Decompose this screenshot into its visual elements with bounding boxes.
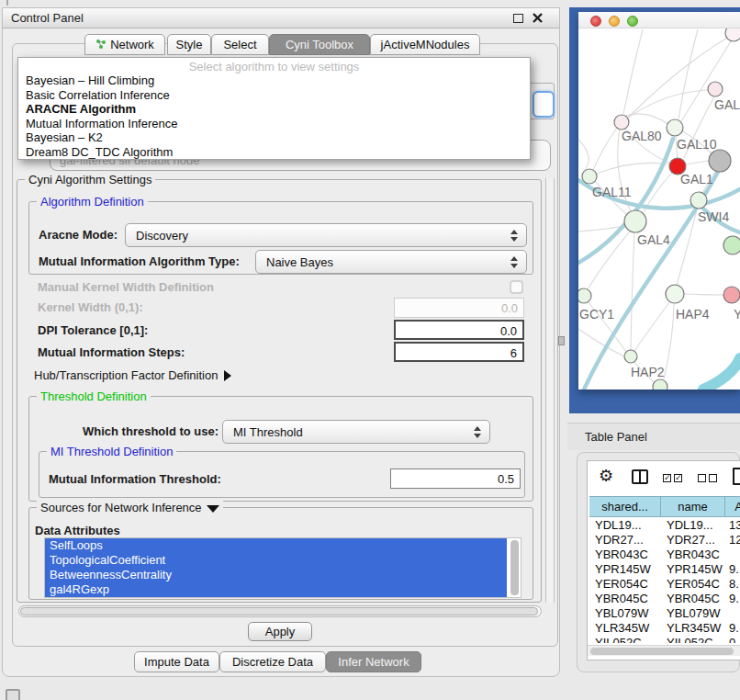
float-window-icon[interactable] xyxy=(513,14,523,23)
tab-jactivemnodules[interactable]: jActiveMNodules xyxy=(370,34,480,55)
close-icon[interactable] xyxy=(532,12,544,24)
network-window-titlebar[interactable] xyxy=(578,12,740,28)
table-row[interactable]: YDL19... YDL19... 13 xyxy=(589,518,740,533)
attribute-item[interactable]: BetweennessCentrality xyxy=(45,568,507,582)
table-row[interactable]: YBR045C YBR045C 9. xyxy=(589,592,740,606)
kernel-width-field[interactable]: 0.0 xyxy=(394,298,524,318)
network-edge[interactable] xyxy=(686,161,709,164)
network-node[interactable] xyxy=(708,82,723,96)
aracne-mode-select[interactable]: Discovery xyxy=(125,223,527,247)
network-edge[interactable] xyxy=(634,301,670,351)
dropdown-item[interactable]: Basic Correlation Inference xyxy=(26,88,526,103)
table-row[interactable]: YIL052C YIL052C 0. xyxy=(589,636,740,643)
network-canvas[interactable]: GAL80 GAL10 GAL1 GAL11 SWI4 GAL4 GCY1 HA… xyxy=(578,28,740,390)
group-title: Sources for Network Inference xyxy=(37,501,223,514)
unchecked-box-icon xyxy=(709,474,717,482)
manual-kernel-checkbox[interactable] xyxy=(510,280,523,294)
dropdown-item[interactable]: Mutual Information Inference xyxy=(26,117,526,131)
select-all-columns-icon[interactable] xyxy=(663,474,682,482)
dropdown-item[interactable]: Bayesian – Hill Climbing xyxy=(26,73,526,88)
settings-horizontal-scrollbar[interactable] xyxy=(18,605,542,617)
network-edge[interactable] xyxy=(678,29,698,119)
network-edge[interactable] xyxy=(593,128,617,170)
which-threshold-select[interactable]: MI Threshold xyxy=(222,420,490,444)
mi-steps-field[interactable]: 6 xyxy=(394,342,524,362)
table-row[interactable]: YER054C YER054C 8. xyxy=(589,577,740,592)
network-node[interactable] xyxy=(653,379,667,390)
combo-value: Discovery xyxy=(126,229,506,243)
attribute-item[interactable]: SelfLoops xyxy=(45,538,507,553)
network-node[interactable] xyxy=(667,119,683,136)
network-edge[interactable] xyxy=(684,294,723,295)
attribute-item[interactable]: gal4RGexp xyxy=(45,582,507,597)
table-row[interactable]: YPR145W YPR145W 9. xyxy=(589,562,740,577)
dropdown-item[interactable]: Dream8 DC_TDC Algorithm xyxy=(26,145,526,160)
mi-threshold-field[interactable]: 0.5 xyxy=(390,469,521,489)
tab-cyni-toolbox[interactable]: Cyni Toolbox xyxy=(269,34,370,55)
network-node[interactable] xyxy=(614,115,629,130)
network-window-frame: GAL80 GAL10 GAL1 GAL11 SWI4 GAL4 GCY1 HA… xyxy=(569,7,740,413)
file-icon[interactable] xyxy=(733,468,740,485)
tab-infer-network[interactable]: Infer Network xyxy=(326,651,421,672)
network-edge[interactable] xyxy=(623,29,643,114)
combo-value: MI Threshold xyxy=(223,425,469,439)
list-scrollbar[interactable] xyxy=(510,540,519,595)
cell-name: YLR345W xyxy=(661,621,725,636)
network-node[interactable] xyxy=(723,236,740,254)
network-node[interactable] xyxy=(624,210,646,232)
minimize-window-button[interactable] xyxy=(609,16,620,27)
network-node[interactable] xyxy=(725,28,740,41)
node-label: HAP4 xyxy=(676,307,710,322)
dropdown-item[interactable]: Bayesian – K2 xyxy=(26,130,526,145)
network-node[interactable] xyxy=(690,192,707,209)
attribute-item[interactable]: TopologicalCoefficient xyxy=(45,553,507,568)
network-edge-weighted[interactable] xyxy=(703,358,740,390)
column-header[interactable]: name xyxy=(661,496,725,517)
table-row[interactable]: YBR043C YBR043C xyxy=(589,548,740,562)
deselect-all-columns-icon[interactable] xyxy=(698,474,717,482)
settings-vertical-scrollbar[interactable] xyxy=(545,178,555,603)
dropdown-items: Bayesian – Hill Climbing Basic Correlati… xyxy=(26,73,526,159)
network-edge[interactable] xyxy=(631,232,634,350)
panel-divider-grip[interactable] xyxy=(558,336,565,345)
spinner-arrows-icon xyxy=(506,230,522,242)
network-edge[interactable] xyxy=(578,140,589,170)
column-header[interactable]: shared... xyxy=(589,496,661,517)
mi-steps-label: Mutual Information Steps: xyxy=(38,345,185,360)
node-label: GAL80 xyxy=(622,129,662,143)
network-node[interactable] xyxy=(709,150,731,172)
scrollbar-thumb[interactable] xyxy=(590,648,734,655)
network-node[interactable] xyxy=(666,285,684,303)
column-header[interactable]: A xyxy=(725,496,740,517)
tab-style[interactable]: Style xyxy=(167,34,211,55)
mi-algorithm-type-select[interactable]: Naive Bayes xyxy=(255,250,527,274)
network-edge[interactable] xyxy=(664,304,674,379)
table-row[interactable]: YLR345W YLR345W 9. xyxy=(589,621,740,636)
network-node[interactable] xyxy=(723,287,740,303)
scrollbar-thumb[interactable] xyxy=(20,607,538,615)
zoom-window-button[interactable] xyxy=(627,16,638,27)
data-attributes-list[interactable]: SelfLoops TopologicalCoefficient Between… xyxy=(44,537,521,598)
algorithm-combobox-fragment[interactable] xyxy=(533,91,555,118)
tab-impute-data[interactable]: Impute Data xyxy=(134,651,219,672)
dropdown-item-selected[interactable]: ARACNE Algorithm xyxy=(26,102,526,117)
table-horizontal-scrollbar[interactable] xyxy=(588,645,740,656)
network-node[interactable] xyxy=(578,288,591,303)
apply-button[interactable]: Apply xyxy=(248,622,312,641)
tab-discretize-data[interactable]: Discretize Data xyxy=(219,651,326,672)
tab-network[interactable]: Network xyxy=(84,34,165,55)
dpi-tolerance-field[interactable]: 0.0 xyxy=(394,320,524,340)
tab-select[interactable]: Select xyxy=(211,34,269,55)
table-settings-gear-icon[interactable] xyxy=(599,467,613,485)
split-panel-icon[interactable] xyxy=(632,469,648,484)
network-node[interactable] xyxy=(624,350,637,363)
network-node[interactable] xyxy=(582,169,597,184)
node-label: Y xyxy=(734,307,740,322)
node-label: GAL10 xyxy=(677,137,717,152)
hub-definition-expander[interactable]: Hub/Transcription Factor Definition xyxy=(34,368,231,382)
table-row[interactable]: YDR27... YDR27... 12 xyxy=(589,533,740,548)
float-panel-icon[interactable] xyxy=(6,689,20,700)
close-window-button[interactable] xyxy=(590,16,601,27)
table-row[interactable]: YBL079W YBL079W xyxy=(589,606,740,621)
cell-name: YBL079W xyxy=(661,606,725,621)
